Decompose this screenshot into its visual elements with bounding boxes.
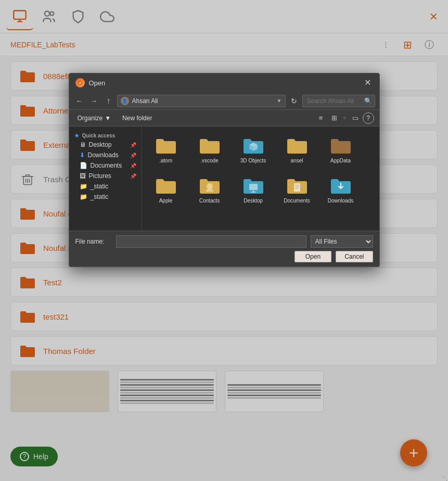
file-type-select[interactable]: All Files bbox=[311, 235, 373, 248]
file-item-desktop[interactable]: Desktop bbox=[235, 172, 272, 206]
dialog-actions-bar: Organize ▼ New folder ≡ ⊞ ▼ ▭ ? bbox=[69, 110, 379, 126]
file-name: .vscode bbox=[200, 158, 218, 163]
file-item-apple[interactable]: Apple bbox=[147, 172, 185, 206]
dialog-bottom-bar: File name: All Files Open Cancel bbox=[69, 231, 379, 267]
dialog-title: Open bbox=[89, 79, 358, 87]
filename-label: File name: bbox=[75, 238, 112, 245]
sidebar-item-static-2[interactable]: 📁 _static bbox=[69, 192, 142, 202]
svg-point-10 bbox=[207, 183, 213, 189]
pin-icon: 📌 bbox=[130, 173, 136, 179]
desktop-icon: 🖥 bbox=[80, 141, 86, 148]
file-name: Documents bbox=[284, 198, 310, 204]
sidebar-item-documents[interactable]: 📄 Documents 📌 bbox=[69, 160, 142, 171]
view-grid-button[interactable]: ⊞ bbox=[328, 112, 341, 124]
file-name: .atom bbox=[159, 158, 172, 163]
dialog-cancel-button[interactable]: Cancel bbox=[336, 251, 373, 262]
folder-icon-small: 📁 bbox=[80, 193, 87, 200]
file-item-ansel[interactable]: ansel bbox=[278, 132, 316, 166]
dialog-open-button[interactable]: Open bbox=[295, 251, 331, 262]
quick-access-header: ★ Quick access bbox=[69, 132, 142, 140]
file-name: ansel bbox=[291, 158, 303, 163]
file-name: Contacts bbox=[199, 198, 220, 204]
pin-icon: 📌 bbox=[130, 153, 136, 158]
location-chevron-icon: ▼ bbox=[277, 98, 282, 104]
view-list-button[interactable]: ≡ bbox=[315, 112, 327, 124]
file-name: Desktop bbox=[244, 198, 263, 204]
view-buttons: ≡ ⊞ ▼ ▭ ? bbox=[315, 112, 374, 124]
dialog-refresh-button[interactable]: ↻ bbox=[288, 95, 300, 107]
quick-access-section: ★ Quick access 🖥 Desktop 📌 ⬇ Downloads 📌 bbox=[69, 131, 142, 203]
folder-downloads-icon bbox=[328, 174, 353, 197]
documents-icon: 📄 bbox=[80, 162, 87, 169]
file-item-vscode[interactable]: .vscode bbox=[191, 132, 228, 166]
folder-apple-icon bbox=[153, 174, 178, 197]
folder-appdata-icon bbox=[328, 134, 353, 157]
file-name: 3D Objects bbox=[240, 158, 266, 163]
folder-desktop-icon bbox=[241, 174, 266, 197]
pictures-icon: 🖼 bbox=[80, 172, 86, 180]
file-item-appdata[interactable]: AppData bbox=[322, 132, 360, 166]
dialog-location-bar[interactable]: 👤 Ahsan Ali ▼ bbox=[117, 95, 286, 107]
dialog-main-area: ★ Quick access 🖥 Desktop 📌 ⬇ Downloads 📌 bbox=[69, 126, 379, 231]
file-dialog: Open ✕ ← → ↑ 👤 Ahsan Ali ▼ ↻ 🔍 Organize … bbox=[69, 73, 380, 267]
file-name: Downloads bbox=[328, 198, 353, 204]
dialog-close-button[interactable]: ✕ bbox=[362, 79, 373, 87]
dialog-back-button[interactable]: ← bbox=[73, 95, 86, 107]
folder-icon-small: 📁 bbox=[80, 183, 87, 190]
folder-atom-icon bbox=[153, 134, 178, 157]
view-preview-button[interactable]: ▭ bbox=[349, 112, 362, 124]
star-icon: ★ bbox=[74, 133, 79, 138]
file-name: AppData bbox=[330, 158, 351, 163]
dialog-file-area: .atom .vscode bbox=[142, 126, 379, 231]
file-name: Apple bbox=[159, 198, 173, 204]
dialog-forward-button[interactable]: → bbox=[88, 95, 100, 107]
file-item-contacts[interactable]: Contacts bbox=[191, 172, 228, 206]
organize-chevron-icon: ▼ bbox=[105, 115, 111, 122]
folder-3dobjects-icon bbox=[241, 134, 266, 157]
folder-vscode-icon bbox=[197, 134, 222, 157]
file-item-documents[interactable]: Documents bbox=[278, 172, 316, 206]
pin-icon: 📌 bbox=[130, 142, 136, 148]
search-icon: 🔍 bbox=[364, 97, 372, 105]
location-user-icon: 👤 bbox=[121, 97, 129, 105]
dialog-toolbar: ← → ↑ 👤 Ahsan Ali ▼ ↻ 🔍 bbox=[69, 92, 379, 110]
file-item-3dobjects[interactable]: 3D Objects bbox=[235, 132, 272, 166]
dialog-titlebar: Open ✕ bbox=[69, 73, 379, 92]
dialog-help-button[interactable]: ? bbox=[363, 112, 374, 124]
sidebar-item-desktop[interactable]: 🖥 Desktop 📌 bbox=[69, 140, 142, 150]
dialog-sidebar: ★ Quick access 🖥 Desktop 📌 ⬇ Downloads 📌 bbox=[69, 126, 142, 231]
location-text: Ahsan Ali bbox=[132, 97, 274, 105]
dialog-app-icon bbox=[75, 78, 85, 87]
new-folder-button[interactable]: New folder bbox=[118, 113, 156, 123]
sidebar-item-downloads[interactable]: ⬇ Downloads 📌 bbox=[69, 150, 142, 160]
svg-rect-14 bbox=[294, 183, 300, 192]
folder-ansel-icon bbox=[285, 134, 310, 157]
file-item-atom[interactable]: .atom bbox=[147, 132, 185, 166]
sidebar-item-static-1[interactable]: 📁 _static bbox=[69, 181, 142, 192]
dialog-overlay: Open ✕ ← → ↑ 👤 Ahsan Ali ▼ ↻ 🔍 Organize … bbox=[0, 0, 448, 481]
filename-input[interactable] bbox=[116, 235, 306, 248]
folder-documents-icon bbox=[285, 174, 310, 197]
svg-rect-11 bbox=[249, 184, 258, 190]
organize-button[interactable]: Organize ▼ bbox=[74, 113, 114, 123]
file-item-downloads[interactable]: Downloads bbox=[322, 172, 360, 206]
downloads-icon: ⬇ bbox=[80, 151, 85, 159]
dialog-up-button[interactable]: ↑ bbox=[103, 95, 115, 107]
pin-icon: 📌 bbox=[130, 163, 136, 169]
filename-row: File name: All Files bbox=[75, 235, 373, 248]
dialog-file-grid: .atom .vscode bbox=[147, 132, 374, 206]
folder-contacts-icon bbox=[197, 174, 222, 197]
sidebar-item-pictures[interactable]: 🖼 Pictures 📌 bbox=[69, 171, 142, 181]
dialog-button-row: Open Cancel bbox=[75, 251, 373, 262]
